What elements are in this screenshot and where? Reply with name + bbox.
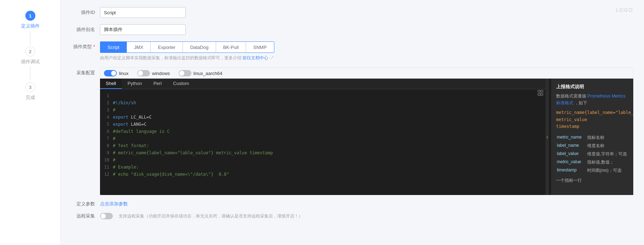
step-connector-1 <box>30 31 30 45</box>
table-row: label_name 维度名称 <box>556 142 628 150</box>
os-toggle-linux[interactable]: linux <box>104 70 129 76</box>
toggle-linux-aarch64[interactable] <box>179 70 191 76</box>
toggle-linux[interactable] <box>104 70 117 76</box>
type-tab-exporter[interactable]: Exporter <box>151 42 183 52</box>
table-row: label_value 维度值,字符串；可选 <box>556 150 628 158</box>
script-tabs: Shell Python Perl Custom <box>100 79 545 89</box>
remote-collect-label: 远程采集 <box>71 213 100 219</box>
script-tab-custom[interactable]: Custom <box>168 79 195 89</box>
table-key-label-name: label_name <box>556 142 586 150</box>
svg-rect-0 <box>538 90 540 92</box>
editor-left-wrapper: Shell Python Perl Custom <box>100 79 545 195</box>
report-table: metric_name 指标名称 label_name 维度名称 label_v… <box>556 134 628 175</box>
expand-icon[interactable] <box>538 90 543 97</box>
plugin-type-content: Script JMX Exporter DataDog BK-Pull SNMP… <box>100 41 633 61</box>
type-tab-bkpull[interactable]: BK-Pull <box>216 42 246 52</box>
collect-config-row: 采集配置 linux windows <box>71 68 633 195</box>
sidebar: 1 定义插件 2 插件调试 3 完成 <box>0 0 61 245</box>
collect-config-content: linux windows linux_aarch64 <box>100 68 633 195</box>
report-note: 一个指标一行 <box>556 178 628 184</box>
step-3-label: 完成 <box>26 94 35 101</box>
toggle-remote-collect-thumb <box>101 214 106 219</box>
plugin-type-hint: 由用户自定义脚本实现数据采集，标准输出监控的数据格式即可，更多介绍 前往文档中心… <box>100 55 633 61</box>
table-key-label-value: label_value <box>556 150 586 158</box>
doc-center-link[interactable]: 前往文档中心 <box>243 55 268 60</box>
svg-rect-1 <box>541 90 543 92</box>
report-code-timestamp: timestamp <box>556 124 579 129</box>
script-tab-shell[interactable]: Shell <box>100 79 122 89</box>
svg-rect-3 <box>541 94 543 95</box>
toggle-windows[interactable] <box>137 70 150 76</box>
plugin-id-content <box>100 7 633 18</box>
add-param-link[interactable]: 点击添加参数 <box>100 201 128 207</box>
svg-rect-2 <box>538 94 540 95</box>
plugin-alias-row: 插件别名 <box>71 24 633 35</box>
table-row: metric_value 指标值,数值； <box>556 158 628 166</box>
logo: LOGO <box>616 7 633 13</box>
plugin-type-tabs: Script JMX Exporter DataDog BK-Pull SNMP <box>100 41 274 53</box>
main-content: LOGO 插件ID 插件别名 插件类型 Script JMX Exporter <box>61 0 644 245</box>
report-code: metric_name{label_name="lable_value"} me… <box>556 109 628 130</box>
report-code-metric: metric_name{label_name="lable_value"} me… <box>556 110 633 122</box>
table-key-timestamp: timestamp <box>556 166 586 175</box>
os-label-windows: windows <box>152 71 170 76</box>
plugin-type-label: 插件类型 <box>71 41 100 52</box>
report-desc: 数据格式需遵循 Prometheus Metrics 标准格式 ，如下 <box>556 93 628 106</box>
table-val-metric-value: 指标值,数值； <box>586 158 628 166</box>
line-numbers: 12345 678910 1112 <box>100 92 113 192</box>
type-tab-snmp[interactable]: SNMP <box>246 42 274 52</box>
step-connector-2 <box>30 66 30 81</box>
type-tab-script[interactable]: Script <box>100 42 127 52</box>
step-1[interactable]: 1 定义插件 <box>21 11 40 29</box>
script-tab-python[interactable]: Python <box>122 79 148 89</box>
collect-config-label: 采集配置 <box>71 68 100 76</box>
define-params-label: 定义参数 <box>71 201 100 207</box>
report-panel: 上报格式说明 数据格式需遵循 Prometheus Metrics 标准格式 ，… <box>551 79 633 195</box>
step-2-circle: 2 <box>25 46 35 56</box>
script-tab-perl[interactable]: Perl <box>148 79 167 89</box>
table-key-metric-name: metric_name <box>556 134 586 142</box>
type-tab-jmx[interactable]: JMX <box>127 42 151 52</box>
toggle-remote-collect[interactable] <box>100 213 113 219</box>
table-val-metric-name: 指标名称 <box>586 134 628 142</box>
editor-container: Shell Python Perl Custom <box>100 79 633 195</box>
type-tab-datadog[interactable]: DataDog <box>183 42 216 52</box>
table-key-metric-value: metric_value <box>556 158 586 166</box>
plugin-alias-content <box>100 24 633 35</box>
toggle-linux-aarch64-thumb <box>179 71 184 76</box>
os-label-linux-aarch64: linux_aarch64 <box>194 71 223 76</box>
plugin-type-row: 插件类型 Script JMX Exporter DataDog BK-Pull… <box>71 41 633 61</box>
step-3-circle: 3 <box>25 82 35 92</box>
remote-collect-note: 支持远程采集（功能开启并保存成功后，将无法关闭，请确认是否支持远程采集后，谨慎开… <box>119 213 303 219</box>
os-toggle-linux-aarch64[interactable]: linux_aarch64 <box>179 70 223 76</box>
table-val-label-value: 维度值,字符串；可选 <box>586 150 628 158</box>
table-row: timestamp 时间戳(ms)；可选 <box>556 166 628 175</box>
plugin-alias-input[interactable] <box>100 24 186 35</box>
report-title: 上报格式说明 <box>556 84 628 90</box>
table-val-label-name: 维度名称 <box>586 142 628 150</box>
code-area[interactable]: 12345 678910 1112 #!/bin/sh # export LC_… <box>100 89 545 195</box>
code-content[interactable]: #!/bin/sh # export LC_ALL=C export LANG=… <box>113 92 545 192</box>
remote-collect-row: 远程采集 支持远程采集（功能开启并保存成功后，将无法关闭，请确认是否支持远程采集… <box>71 213 633 219</box>
os-tabs-bar: linux windows linux_aarch64 <box>100 68 633 79</box>
plugin-id-label: 插件ID <box>71 7 100 18</box>
define-params-row: 定义参数 点击添加参数 <box>71 201 633 207</box>
step-2-label: 插件调试 <box>21 59 40 65</box>
table-row: metric_name 指标名称 <box>556 134 628 142</box>
plugin-id-input[interactable] <box>100 7 186 18</box>
table-val-timestamp: 时间戳(ms)；可选 <box>586 166 628 175</box>
os-label-linux: linux <box>119 71 129 76</box>
collapse-report-panel[interactable]: › <box>545 79 549 195</box>
step-3[interactable]: 3 完成 <box>25 82 35 101</box>
step-1-label: 定义插件 <box>21 23 40 29</box>
plugin-id-row: 插件ID <box>71 7 633 18</box>
step-1-circle: 1 <box>25 11 35 21</box>
step-2[interactable]: 2 插件调试 <box>21 46 40 65</box>
toggle-windows-thumb <box>138 71 143 76</box>
os-toggle-windows[interactable]: windows <box>137 70 170 76</box>
toggle-linux-thumb <box>111 71 116 76</box>
collapse-arrow-icon: › <box>546 133 548 141</box>
plugin-alias-label: 插件别名 <box>71 24 100 35</box>
